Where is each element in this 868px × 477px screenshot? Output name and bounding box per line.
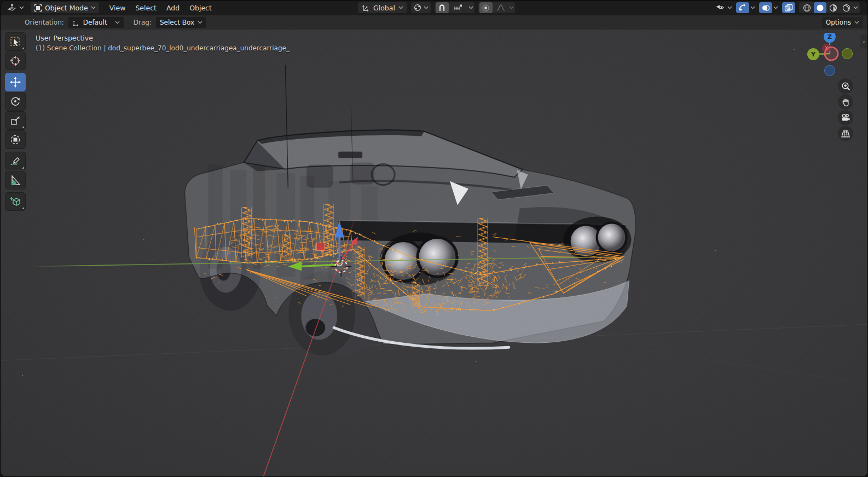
camera-icon — [841, 113, 850, 122]
tool-move-button[interactable] — [5, 73, 26, 91]
tool-orientation-dropdown[interactable]: Default — [68, 17, 124, 28]
tool-transform-button[interactable] — [5, 130, 26, 149]
overlays-toggle[interactable] — [759, 2, 772, 13]
transform-icon — [9, 134, 21, 146]
pivot-point-icon — [413, 3, 422, 12]
axis-y-label: Y — [811, 51, 816, 58]
tool-measure-button[interactable] — [5, 171, 26, 189]
editor-type-button[interactable] — [4, 2, 27, 13]
axis-neg-z-ball[interactable] — [825, 66, 835, 76]
viewport-display-cluster — [713, 2, 860, 13]
magnet-icon — [438, 4, 446, 12]
shading-material-button[interactable] — [827, 2, 840, 13]
select-box-icon — [9, 36, 21, 48]
shading-group — [799, 2, 860, 13]
orientation-dropdown[interactable]: Global — [358, 2, 407, 13]
show-object-types-icon — [715, 4, 725, 12]
show-object-types-button[interactable] — [713, 2, 726, 13]
snap-target-dropdown[interactable] — [450, 2, 467, 13]
axis-z-label: Z — [828, 33, 832, 41]
object-mode-icon — [34, 4, 42, 12]
chevron-down-icon — [91, 6, 96, 9]
editor-3d-viewport-icon — [7, 3, 16, 12]
chevron-down-icon — [398, 6, 403, 9]
viewport-scene[interactable] — [1, 30, 867, 477]
chevron-down-icon[interactable] — [750, 6, 755, 9]
transform-orientation-icon — [362, 4, 370, 12]
shading-rendered-button[interactable] — [840, 2, 853, 13]
subtool-indicator — [22, 47, 24, 49]
chevron-down-icon — [115, 21, 120, 24]
chevron-down-icon[interactable] — [509, 6, 514, 9]
menu-add[interactable]: Add — [161, 2, 184, 14]
drag-value: Select Box — [160, 19, 194, 26]
gizmos-icon — [738, 4, 747, 12]
chevron-down-icon[interactable] — [727, 6, 732, 9]
shading-wireframe-button[interactable] — [801, 2, 813, 13]
shading-solid-button[interactable] — [814, 2, 826, 13]
shading-solid-icon — [816, 4, 824, 12]
gizmos-toggle[interactable] — [736, 2, 749, 13]
mode-label: Object Mode — [45, 4, 88, 12]
tool-select-box-button[interactable] — [5, 32, 26, 51]
camera-view-button[interactable] — [838, 110, 853, 125]
viewport-header: Object Mode View Select Add Object Globa… — [1, 1, 867, 15]
chevron-down-icon[interactable] — [773, 6, 778, 9]
tool-scale-button[interactable] — [5, 111, 26, 130]
shading-wireframe-icon — [803, 4, 811, 12]
zoom-icon — [841, 82, 850, 91]
orientation-label: Orientation: — [25, 19, 64, 26]
proportional-group — [478, 2, 515, 13]
toggle-ortho-button[interactable] — [838, 126, 853, 141]
navigation-gizmo[interactable]: X Z Y — [800, 33, 860, 83]
xray-toggle[interactable] — [782, 2, 795, 13]
subtool-indicator — [22, 166, 24, 169]
chevron-down-icon — [19, 6, 24, 9]
transform-orientation-icon — [72, 19, 80, 26]
pan-button[interactable] — [838, 94, 853, 110]
ortho-grid-icon — [841, 130, 850, 138]
falloff-curve-icon — [496, 4, 505, 12]
tool-orientation-value: Default — [83, 19, 112, 26]
subtool-indicator — [22, 126, 24, 128]
snap-toggle[interactable] — [436, 2, 449, 13]
menu-object[interactable]: Object — [184, 2, 217, 14]
tool-add-cube-button[interactable] — [5, 192, 26, 211]
drag-label: Drag: — [134, 19, 152, 26]
viewport-nav-buttons — [838, 78, 853, 141]
transform-snap-cluster: Global — [358, 2, 515, 13]
scale-icon — [9, 114, 21, 127]
chevron-down-icon — [854, 21, 859, 24]
rotate-icon — [9, 95, 21, 107]
pan-hand-icon — [841, 97, 850, 107]
blender-window: Object Mode View Select Add Object Globa… — [0, 0, 868, 477]
menu-view[interactable]: View — [105, 2, 131, 14]
options-label: Options — [826, 19, 851, 26]
move-icon — [9, 76, 21, 88]
menubar: View Select Add Object — [105, 2, 217, 14]
orientation-value: Global — [373, 4, 395, 12]
viewport-3d[interactable]: User Perspective (1) Scene Collection | … — [1, 30, 867, 477]
proportional-editing-toggle[interactable] — [479, 2, 493, 13]
falloff-dropdown[interactable] — [494, 2, 507, 13]
toolbar — [5, 32, 26, 211]
annotate-icon — [9, 155, 21, 167]
chevron-down-icon[interactable] — [853, 6, 858, 9]
tool-annotate-button[interactable] — [5, 152, 26, 170]
xray-icon — [784, 4, 793, 12]
pivot-dropdown[interactable] — [411, 2, 431, 13]
drag-dropdown[interactable]: Select Box — [156, 17, 206, 28]
axis-neg-y-ball[interactable] — [842, 49, 853, 59]
sidebar-toggle[interactable]: ‹ — [860, 35, 867, 49]
tool-settings-bar: Orientation: Default Drag: Select Box Op… — [1, 15, 867, 30]
menu-select[interactable]: Select — [130, 2, 161, 14]
zoom-button[interactable] — [838, 78, 853, 94]
mode-dropdown[interactable]: Object Mode — [31, 2, 99, 13]
axis-x-ring[interactable] — [825, 47, 838, 60]
tool-cursor-button[interactable] — [5, 51, 26, 70]
tool-rotate-button[interactable] — [5, 92, 26, 111]
proportional-editing-icon — [482, 4, 490, 12]
measure-icon — [9, 174, 21, 186]
chevron-down-icon[interactable] — [468, 6, 473, 9]
options-dropdown[interactable]: Options — [822, 17, 863, 28]
